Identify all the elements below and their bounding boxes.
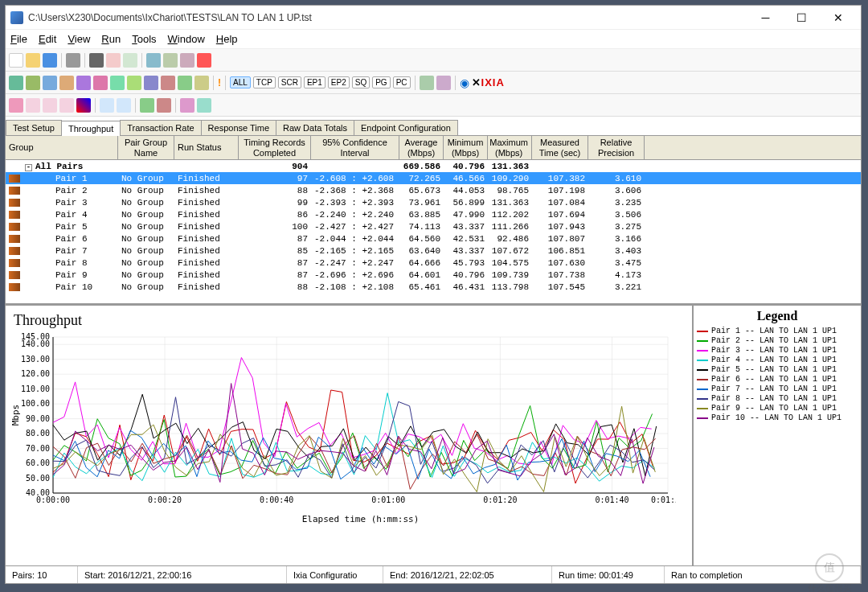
tool-2g-icon[interactable] <box>110 76 125 90</box>
tool-3k-icon[interactable] <box>197 98 211 113</box>
filter-scr-button[interactable]: SCR <box>278 76 301 88</box>
table-row[interactable]: Pair 7No GroupFinished85-2.165 : +2.1656… <box>6 245 861 257</box>
pause-icon[interactable] <box>123 53 137 68</box>
menu-file[interactable]: File <box>10 33 27 45</box>
legend-item[interactable]: Pair 9 -- LAN TO LAN 1 UP1 <box>697 404 858 413</box>
table-row[interactable]: Pair 10No GroupFinished88-2.108 : +2.108… <box>6 281 861 293</box>
table-row[interactable]: Pair 3No GroupFinished99-2.393 : +2.3937… <box>6 196 861 208</box>
titlebar[interactable]: C:\Users\X230\Documents\IxChariot\TESTS\… <box>6 6 861 30</box>
new-icon[interactable] <box>9 53 23 68</box>
tab-raw-data-totals[interactable]: Raw Data Totals <box>276 120 354 135</box>
table-row[interactable]: Pair 6No GroupFinished87-2.044 : +2.0446… <box>6 232 861 245</box>
add-pair-icon[interactable] <box>146 53 161 68</box>
legend-item[interactable]: Pair 10 -- LAN TO LAN 1 UP1 <box>697 413 858 423</box>
col-confidence-interval[interactable]: 95% Confidence Interval <box>311 136 399 159</box>
legend-item[interactable]: Pair 2 -- LAN TO LAN 1 UP1 <box>697 336 858 346</box>
legend-label: Pair 1 -- LAN TO LAN 1 UP1 <box>711 327 837 336</box>
table-row[interactable]: Pair 5No GroupFinished100-2.427 : +2.427… <box>6 220 861 232</box>
tool-2d-icon[interactable] <box>59 76 74 90</box>
pair-icon <box>9 283 20 291</box>
table-row[interactable]: Pair 2No GroupFinished88-2.368 : +2.3686… <box>6 184 861 196</box>
menu-tools[interactable]: Tools <box>132 33 156 45</box>
legend-item[interactable]: Pair 3 -- LAN TO LAN 1 UP1 <box>697 346 858 356</box>
menu-run[interactable]: Run <box>101 33 121 45</box>
maximize-button[interactable]: ☐ <box>784 6 820 29</box>
col-relative-precision[interactable]: Relative Precision <box>588 136 645 159</box>
table-row[interactable]: Pair 4No GroupFinished86-2.240 : +2.2406… <box>6 208 861 220</box>
filter-tcp-button[interactable]: TCP <box>253 76 276 88</box>
tool-3b-icon[interactable] <box>26 98 40 113</box>
help-icon[interactable]: ◉ <box>460 76 469 89</box>
save-icon[interactable] <box>43 53 57 68</box>
collapse-icon[interactable]: - <box>25 164 32 171</box>
tool-3a-icon[interactable] <box>9 98 23 113</box>
tab-throughput[interactable]: Throughput <box>61 121 121 136</box>
tab-test-setup[interactable]: Test Setup <box>6 120 62 135</box>
tool-2e-icon[interactable] <box>76 76 91 90</box>
table-row[interactable]: Pair 8No GroupFinished87-2.247 : +2.2476… <box>6 257 861 269</box>
tool-2n-icon[interactable] <box>436 76 451 90</box>
close-button[interactable]: ✕ <box>820 6 856 29</box>
tool-3c-icon[interactable] <box>43 98 57 113</box>
tool-3g-icon[interactable] <box>117 98 131 113</box>
filter-ep2-button[interactable]: EP2 <box>328 76 350 88</box>
tool-2i-icon[interactable] <box>144 76 158 90</box>
menu-help[interactable]: Help <box>216 33 238 45</box>
tab-transaction-rate[interactable]: Transaction Rate <box>120 120 201 135</box>
col-timing-records[interactable]: Timing Records Completed <box>239 136 311 159</box>
col-average[interactable]: Average (Mbps) <box>399 136 444 159</box>
legend-item[interactable]: Pair 7 -- LAN TO LAN 1 UP1 <box>697 384 858 394</box>
tab-response-time[interactable]: Response Time <box>201 120 276 135</box>
table-row[interactable]: Pair 1No GroupFinished97-2.608 : +2.6087… <box>6 172 861 184</box>
row-all-pairs[interactable]: -All Pairs 904 669.586 40.796 131.363 <box>6 160 861 172</box>
throughput-chart[interactable]: 40.0050.0060.0070.0080.0090.00100.00110.… <box>9 332 676 525</box>
menu-window[interactable]: Window <box>168 33 205 45</box>
filter-all-button[interactable]: ALL <box>230 76 251 88</box>
table-row[interactable]: Pair 9No GroupFinished87-2.696 : +2.6966… <box>6 269 861 281</box>
tool-3e-icon[interactable] <box>76 98 91 113</box>
menu-edit[interactable]: Edit <box>39 33 56 45</box>
tool-3j-icon[interactable] <box>180 98 194 113</box>
legend-item[interactable]: Pair 4 -- LAN TO LAN 1 UP1 <box>697 356 858 365</box>
legend-item[interactable]: Pair 8 -- LAN TO LAN 1 UP1 <box>697 394 858 404</box>
svg-text:60.00: 60.00 <box>26 458 50 467</box>
paste-icon[interactable] <box>180 53 194 68</box>
minimize-button[interactable]: ─ <box>747 6 784 29</box>
filter-pc-button[interactable]: PC <box>393 76 411 88</box>
tool-2f-icon[interactable] <box>93 76 108 90</box>
col-group[interactable]: Group <box>6 136 118 159</box>
run-icon[interactable] <box>89 53 104 68</box>
tool-2j-icon[interactable] <box>161 76 175 90</box>
legend-item[interactable]: Pair 5 -- LAN TO LAN 1 UP1 <box>697 365 858 375</box>
col-measured-time[interactable]: Measured Time (sec) <box>532 136 588 159</box>
legend-item[interactable]: Pair 6 -- LAN TO LAN 1 UP1 <box>697 375 858 384</box>
info-icon[interactable]: ! <box>218 77 221 88</box>
tool-2b-icon[interactable] <box>26 76 40 90</box>
col-pair-group-name[interactable]: Pair Group Name <box>118 136 174 159</box>
tool-2c-icon[interactable] <box>43 76 57 90</box>
open-icon[interactable] <box>26 53 40 68</box>
print-icon[interactable] <box>66 53 80 68</box>
tool-2a-icon[interactable] <box>9 76 23 90</box>
delete-icon[interactable] <box>197 53 211 68</box>
tool-3h-icon[interactable] <box>140 98 154 113</box>
filter-pg-button[interactable]: PG <box>372 76 390 88</box>
tool-3d-icon[interactable] <box>59 98 74 113</box>
tool-2m-icon[interactable] <box>420 76 434 90</box>
tool-2h-icon[interactable] <box>127 76 141 90</box>
tool-3f-icon[interactable] <box>100 98 114 113</box>
tool-2l-icon[interactable] <box>194 76 209 90</box>
menu-view[interactable]: View <box>68 33 90 45</box>
stop-icon[interactable] <box>106 53 121 68</box>
col-maximum[interactable]: Maximum (Mbps) <box>488 136 532 159</box>
col-minimum[interactable]: Minimum (Mbps) <box>444 136 488 159</box>
copy-icon[interactable] <box>163 53 178 68</box>
grid-body[interactable]: -All Pairs 904 669.586 40.796 131.363 Pa… <box>6 160 861 305</box>
tool-2k-icon[interactable] <box>178 76 192 90</box>
col-run-status[interactable]: Run Status <box>174 136 239 159</box>
filter-ep1-button[interactable]: EP1 <box>304 76 326 88</box>
tab-endpoint-config[interactable]: Endpoint Configuration <box>354 120 458 135</box>
filter-sq-button[interactable]: SQ <box>352 76 370 88</box>
legend-item[interactable]: Pair 1 -- LAN TO LAN 1 UP1 <box>697 327 858 336</box>
tool-3i-icon[interactable] <box>157 98 171 113</box>
